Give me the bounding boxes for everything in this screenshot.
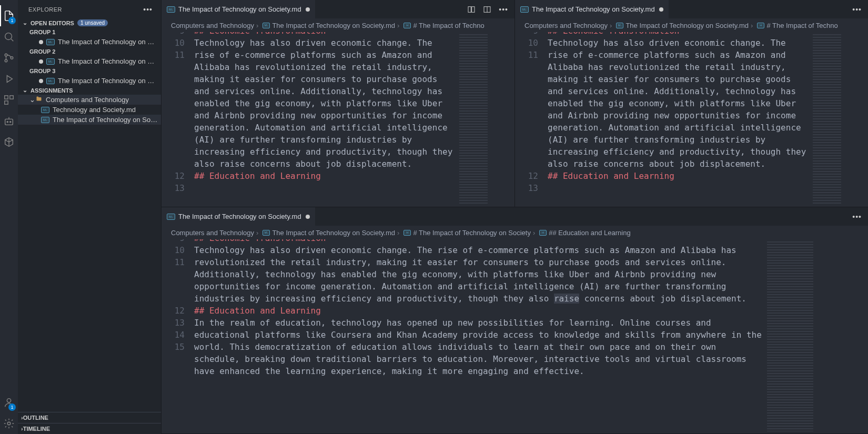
- more-actions-icon[interactable]: •••: [499, 5, 508, 14]
- assignments-section[interactable]: ⌄ ASSIGNMENTS: [18, 86, 161, 95]
- assignments-label: ASSIGNMENTS: [31, 87, 73, 94]
- heading-icon: H: [757, 23, 764, 28]
- breadcrumb[interactable]: Computers and Technology› M↓ The Impact …: [162, 18, 514, 32]
- more-actions-icon[interactable]: •••: [852, 213, 862, 221]
- open-editors-section[interactable]: ⌄ OPEN EDITORS 1 unsaved: [18, 18, 161, 27]
- outline-label: OUTLINE: [23, 415, 48, 421]
- modified-dot-icon: [306, 7, 310, 12]
- account-badge: 1: [8, 403, 16, 411]
- editor-body[interactable]: 9 10 11 12 13 ## Economic Transformation…: [515, 32, 868, 207]
- breadcrumb-folder: Computers and Technology: [171, 22, 254, 29]
- code-content[interactable]: ## Economic TransformationTechnology has…: [194, 32, 457, 207]
- tree-file-2[interactable]: M↓ The Impact of Technology on So…: [18, 115, 161, 125]
- markdown-icon: M↓: [167, 214, 175, 220]
- code-line: ## Education and Learning: [194, 170, 455, 182]
- folder-icon: [35, 96, 43, 104]
- group-2-label: GROUP 2: [18, 47, 161, 56]
- breadcrumb[interactable]: Computers and Technology› M↓ The Impact …: [515, 18, 868, 32]
- line-number: 13: [162, 317, 185, 329]
- breadcrumb-folder: Computers and Technology: [524, 22, 608, 29]
- editor-tab[interactable]: M↓ The Impact of Technology on Society.m…: [515, 0, 669, 18]
- breadcrumb-folder: Computers and Technology: [171, 229, 254, 237]
- minimap[interactable]: [765, 239, 815, 433]
- markdown-icon: M↓: [263, 230, 270, 236]
- editor-tab[interactable]: M↓ The Impact of Technology on Society.m…: [162, 0, 315, 18]
- line-number: 12: [515, 170, 538, 182]
- breadcrumb-heading: # The Impact of Techno: [413, 22, 484, 29]
- account-icon[interactable]: 1: [0, 392, 18, 413]
- breadcrumb-file: The Impact of Technology on Society.md: [625, 22, 749, 29]
- line-number: 12: [162, 305, 185, 317]
- modified-dot-icon: [306, 215, 310, 219]
- svg-rect-13: [472, 6, 475, 12]
- line-number: 9: [162, 32, 185, 37]
- modified-dot-icon: [39, 79, 43, 83]
- minimap[interactable]: [457, 32, 490, 207]
- svg-rect-7: [5, 119, 13, 125]
- svg-point-0: [5, 33, 12, 40]
- line-number: 10: [162, 244, 185, 256]
- robot-icon[interactable]: [0, 110, 18, 132]
- breadcrumb[interactable]: Computers and Technology› M↓ The Impact …: [162, 226, 868, 239]
- editor-body[interactable]: 9 10 11 12 13 14 15 ## Economic Transfor…: [162, 239, 868, 433]
- open-editor-file-1[interactable]: M↓ The Impact of Technology on So…: [18, 37, 161, 47]
- tab-bar: M↓ The Impact of Technology on Society.m…: [162, 0, 514, 18]
- chevron-down-icon: ⌄: [29, 96, 35, 104]
- code-line: ## Economic Transformation: [194, 32, 455, 37]
- svg-point-8: [7, 122, 8, 123]
- explorer-icon[interactable]: 1: [0, 5, 18, 26]
- timeline-section[interactable]: › TIMELINE: [18, 423, 161, 434]
- outline-section[interactable]: › OUTLINE: [18, 412, 161, 423]
- file-name: The Impact of Technology on So…: [58, 77, 158, 85]
- folder-name: Computers and Technology: [46, 96, 129, 104]
- chevron-down-icon: ⌄: [21, 87, 28, 94]
- open-editor-file-3[interactable]: M↓ The Impact of Technology on So…: [18, 76, 161, 86]
- breadcrumb-file: The Impact of Technology on Society.md: [272, 22, 395, 29]
- search-icon[interactable]: [0, 26, 18, 47]
- gutter: 9 10 11 12 13: [162, 32, 194, 207]
- svg-rect-4: [5, 96, 8, 99]
- extensions-icon[interactable]: [0, 89, 18, 110]
- open-editor-file-2[interactable]: M↓ The Impact of Technology on So…: [18, 56, 161, 66]
- markdown-icon: M↓: [46, 39, 55, 45]
- debug-icon[interactable]: [0, 68, 18, 89]
- modified-dot-icon: [39, 40, 43, 44]
- tree-file-1[interactable]: M↓ Technology and Society.md: [18, 105, 161, 115]
- svg-point-9: [10, 122, 11, 123]
- gutter: 9 10 11 12 13: [515, 32, 548, 207]
- explorer-badge: 1: [8, 17, 16, 24]
- split-icon[interactable]: [483, 5, 491, 14]
- svg-point-1: [5, 54, 7, 56]
- group-3-label: GROUP 3: [18, 66, 161, 76]
- code-line: Technology has also driven economic chan…: [548, 37, 809, 170]
- line-number: 11: [162, 256, 185, 268]
- tab-title: The Impact of Technology on Society.md: [532, 5, 655, 13]
- markdown-icon: M↓: [616, 23, 623, 28]
- line-number: 11: [515, 49, 538, 61]
- source-control-icon[interactable]: [0, 47, 18, 68]
- file-name: Technology and Society.md: [53, 106, 136, 114]
- svg-point-10: [7, 399, 11, 402]
- chevron-down-icon: ⌄: [21, 19, 28, 26]
- breadcrumb-heading2: ## Education and Learning: [549, 229, 630, 237]
- code-line: ## Education and Learning: [194, 305, 763, 317]
- line-number: 13: [515, 182, 538, 194]
- svg-rect-6: [5, 101, 8, 104]
- line-number: 14: [162, 329, 185, 341]
- sidebar: EXPLORER ••• ⌄ OPEN EDITORS 1 unsaved GR…: [18, 0, 161, 434]
- editor-body[interactable]: 9 10 11 12 13 ## Economic Transformation…: [162, 32, 514, 207]
- breadcrumb-heading: # The Impact of Technology on Society: [413, 229, 531, 237]
- tab-actions: •••: [852, 5, 868, 14]
- more-actions-icon[interactable]: •••: [852, 5, 862, 14]
- code-content[interactable]: ## Economic TransformationTechnology has…: [194, 239, 765, 433]
- minimap[interactable]: [811, 32, 843, 207]
- gear-icon[interactable]: [0, 413, 18, 434]
- line-number: 11: [162, 49, 185, 61]
- cube-icon[interactable]: [0, 132, 18, 153]
- preview-side-icon[interactable]: [467, 5, 476, 14]
- folder-item[interactable]: ⌄ Computers and Technology: [18, 95, 161, 105]
- code-content[interactable]: ## Economic TransformationTechnology has…: [548, 32, 811, 207]
- editor-tab[interactable]: M↓ The Impact of Technology on Society.m…: [162, 207, 315, 226]
- sidebar-more-icon[interactable]: •••: [143, 5, 153, 14]
- line-number: 10: [162, 37, 185, 49]
